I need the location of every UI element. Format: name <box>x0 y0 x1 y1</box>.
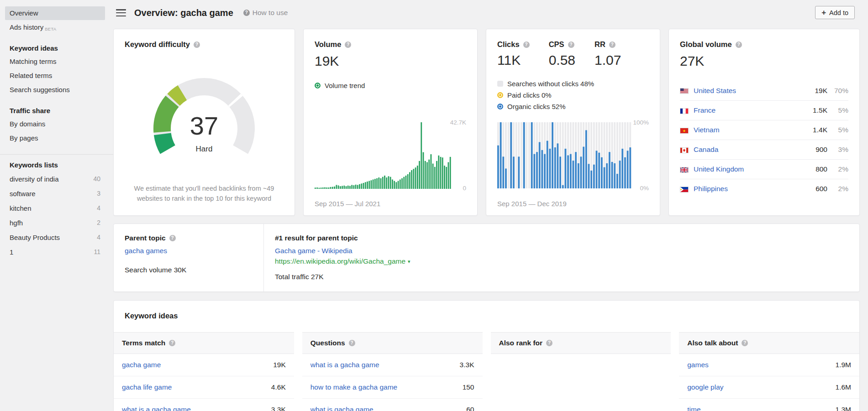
global-volume-card: Global volume 27K United States19K70%Fra… <box>668 29 860 216</box>
clicks-metric: Clicks 11K <box>497 40 530 68</box>
sidebar-lists: Keywords listsdiversity of india40softwa… <box>0 161 113 259</box>
country-volume: 1.5K <box>813 106 827 114</box>
global-volume-help-icon[interactable] <box>736 42 742 48</box>
country-row-gb[interactable]: United Kingdom8002% <box>680 159 848 179</box>
terms-match-help-icon[interactable] <box>169 340 175 346</box>
clicks-help-icon[interactable] <box>523 42 530 48</box>
keywords-list-count: 40 <box>93 175 100 182</box>
keyword-row: what is a gacha game3.3K <box>114 399 294 411</box>
parent-topic-link[interactable]: gacha games <box>125 247 167 255</box>
keywords-list-item-software[interactable]: software3 <box>5 186 105 201</box>
keyword-volume: 150 <box>463 383 474 391</box>
keyword-row: games1.9M <box>679 354 859 376</box>
keyword-ideas-card: Keyword ideas Terms matchgacha game19Kga… <box>113 300 860 411</box>
country-row-us[interactable]: United States19K70% <box>680 81 848 100</box>
keyword-link[interactable]: gacha game <box>122 361 161 369</box>
sidebar-item-by-domains[interactable]: By domains <box>5 117 105 131</box>
kd-value: 37 <box>147 111 261 140</box>
keyword-link[interactable]: games <box>687 361 709 369</box>
country-row-fr[interactable]: France1.5K5% <box>680 100 848 120</box>
country-link[interactable]: Vietnam <box>694 126 720 134</box>
keyword-column-terms-match: Terms matchgacha game19Kgacha life game4… <box>114 332 294 411</box>
keyword-link[interactable]: how to make a gacha game <box>310 383 397 391</box>
country-link[interactable]: United States <box>694 87 736 95</box>
keywords-list-item-hgfh[interactable]: hgfh2 <box>5 215 105 230</box>
country-percent: 5% <box>827 106 848 114</box>
page-title: Overview: gacha game <box>134 8 233 18</box>
keywords-list-item-1[interactable]: 111 <box>5 245 105 259</box>
country-percent: 70% <box>827 87 848 95</box>
keyword-volume: 3.3K <box>460 361 474 369</box>
help-icon <box>243 10 250 16</box>
cps-metric: CPS 0.58 <box>549 40 575 68</box>
paid-clicks-icon <box>497 92 503 98</box>
country-volume: 800 <box>815 165 827 173</box>
searches-without-clicks-icon <box>497 81 503 87</box>
how-to-use-link[interactable]: How to use <box>243 9 288 17</box>
country-link[interactable]: France <box>694 106 715 114</box>
add-to-button[interactable]: + Add to <box>815 6 855 19</box>
volume-value: 19K <box>304 49 477 69</box>
questions-help-icon[interactable] <box>349 340 355 346</box>
sidebar-item-by-pages[interactable]: By pages <box>5 131 105 145</box>
clicks-date-range: Sep 2015 — Dec 2019 <box>497 200 567 208</box>
also-rank-for-help-icon[interactable] <box>546 340 552 346</box>
kd-help-icon[interactable] <box>194 42 200 48</box>
kd-note: We estimate that you'll need backlinks f… <box>125 183 284 203</box>
keyword-link[interactable]: what is gacha game <box>310 406 374 411</box>
sidebar-item-overview[interactable]: Overview <box>5 6 105 20</box>
keyword-link[interactable]: what is a gacha game <box>122 406 191 411</box>
sidebar-item-related-terms[interactable]: Related terms <box>5 69 105 83</box>
keyword-row: what is a gacha game3.3K <box>302 354 483 376</box>
sidebar-item-search-suggestions[interactable]: Search suggestions <box>5 83 105 97</box>
country-row-ph[interactable]: Philippines6002% <box>680 179 848 198</box>
menu-hamburger-icon[interactable] <box>116 9 126 16</box>
country-percent: 2% <box>827 165 848 173</box>
sidebar-item-ads-history[interactable]: Ads historyBETA <box>5 21 105 34</box>
keyword-link[interactable]: gacha life game <box>122 383 172 391</box>
sidebar-section-title-traffic-share: Traffic share <box>10 107 105 114</box>
keyword-row: gacha life game4.6K <box>114 376 294 399</box>
country-link[interactable]: United Kingdom <box>694 165 744 173</box>
volume-trend-chart: 42.7K 0 <box>315 120 466 190</box>
parent-topic-help-icon[interactable] <box>169 235 176 241</box>
parent-topic-card: Parent topic gacha games Search volume 3… <box>113 224 860 292</box>
sidebar-divider <box>0 154 113 155</box>
country-link[interactable]: Philippines <box>694 185 728 193</box>
keywords-list-item-kitchen[interactable]: kitchen4 <box>5 201 105 215</box>
country-link[interactable]: Canada <box>694 146 718 154</box>
keywords-explorer-app: OverviewAds historyBETA Keyword ideasMat… <box>0 0 868 411</box>
country-volume: 19K <box>815 87 827 95</box>
keyword-link[interactable]: what is a gacha game <box>310 361 379 369</box>
rr-help-icon[interactable] <box>609 42 615 48</box>
flag-vn-icon <box>680 127 689 133</box>
keywords-list-item-diversity-of-india[interactable]: diversity of india40 <box>5 172 105 186</box>
keywords-list-count: 11 <box>94 248 100 255</box>
flag-ph-icon <box>680 186 689 192</box>
keywords-list-item-beauty-products[interactable]: Beauty Products4 <box>5 230 105 245</box>
url-dropdown-caret-icon[interactable] <box>408 259 410 265</box>
plus-icon: + <box>821 8 826 17</box>
keyword-link[interactable]: time <box>687 406 700 411</box>
global-volume-value: 27K <box>669 49 859 69</box>
keyword-link[interactable]: google play <box>687 383 723 391</box>
top-header: Overview: gacha game How to use + Add to <box>113 0 868 26</box>
cps-help-icon[interactable] <box>568 42 574 48</box>
parent-topic-result-link[interactable]: Gacha game - Wikipedia <box>275 247 352 255</box>
keyword-column-also-talk-about: Also talk aboutgames1.9Mgoogle play1.6Mt… <box>679 332 859 411</box>
clicks-card: Clicks 11K CPS 0.58 RR 1.07 Searches wit… <box>486 29 660 216</box>
country-volume-list: United States19K70%France1.5K5%Vietnam1.… <box>680 81 848 198</box>
also-talk-about-help-icon[interactable] <box>742 340 748 346</box>
country-row-vn[interactable]: Vietnam1.4K5% <box>680 120 848 140</box>
keyword-row: google play1.6M <box>679 376 859 399</box>
main-content: Keyword difficulty 37 Hard We estimate t… <box>113 26 868 411</box>
country-row-ca[interactable]: Canada9003% <box>680 140 848 159</box>
keywords-list-count: 4 <box>97 234 100 241</box>
flag-fr-icon <box>680 108 689 114</box>
keyword-column-questions: Questionswhat is a gacha game3.3Khow to … <box>302 332 483 411</box>
sidebar-section-title-keyword-ideas: Keyword ideas <box>10 44 105 52</box>
volume-help-icon[interactable] <box>345 42 351 48</box>
kd-card-title: Keyword difficulty <box>114 29 295 49</box>
parent-topic-column: Parent topic gacha games Search volume 3… <box>114 224 264 291</box>
sidebar-item-matching-terms[interactable]: Matching terms <box>5 55 105 68</box>
